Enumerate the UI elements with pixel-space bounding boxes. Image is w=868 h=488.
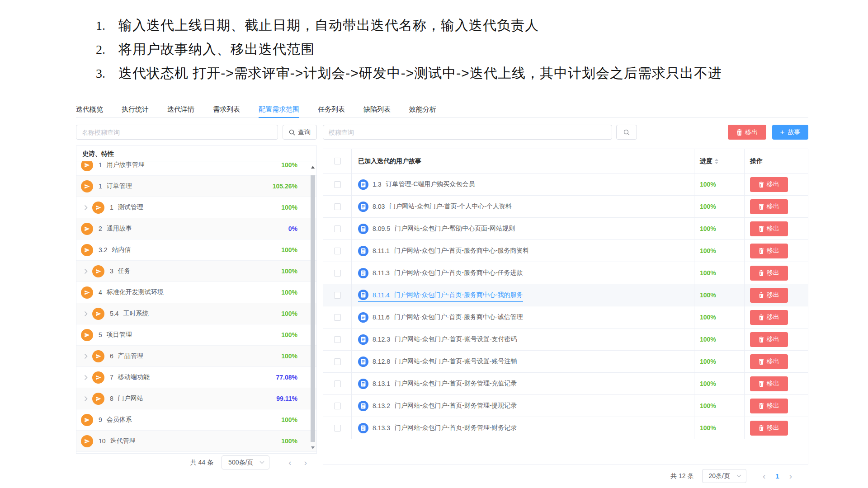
scroll-up-icon[interactable] — [310, 164, 316, 170]
row-checkbox[interactable] — [334, 425, 341, 432]
story-search-input[interactable] — [323, 125, 612, 140]
story-link[interactable]: 1.3 订单管理-C端用户购买众包会员 — [358, 179, 475, 190]
story-row: 8.11.1 门户网站-众包门户-首页-服务商中心-服务商资料 100% 移出 — [323, 240, 808, 262]
expand-chevron-icon[interactable] — [84, 268, 92, 274]
left-page-size-select[interactable]: 500条/页 — [222, 455, 269, 469]
expand-chevron-icon[interactable] — [84, 375, 92, 380]
sort-icon[interactable] — [715, 157, 718, 166]
right-prev-page-button[interactable]: ‹ — [763, 472, 765, 480]
story-link[interactable]: 8.13.2 门户网站-众包门户-首页-财务管理-提现记录 — [358, 401, 517, 411]
remove-story-button[interactable]: 移出 — [750, 288, 788, 303]
tab-4[interactable]: 需求列表 — [213, 102, 240, 118]
row-checkbox[interactable] — [334, 181, 341, 188]
tree-item[interactable]: 3 任务 100% — [76, 261, 316, 282]
tree-item[interactable]: 9 会员体系 100% — [76, 409, 316, 431]
remove-story-button[interactable]: 移出 — [750, 177, 788, 192]
story-link[interactable]: 8.11.4 门户网站-众包门户-首页-服务商中心-我的服务 — [358, 290, 523, 302]
story-link[interactable]: 8.12.3 门户网站-众包门户-首页-账号设置-支付密码 — [358, 334, 517, 345]
tab-5[interactable]: 配置需求范围 — [259, 102, 299, 118]
select-all-checkbox[interactable] — [334, 158, 341, 164]
tree-item[interactable]: 1 测试管理 100% — [76, 197, 316, 218]
tree-item-name: 移动端功能 — [118, 373, 150, 381]
left-next-page-button[interactable]: › — [304, 458, 307, 467]
row-checkbox[interactable] — [334, 336, 341, 343]
row-checkbox[interactable] — [334, 270, 341, 277]
tree-item[interactable]: 8 门户网站 99.11% — [76, 388, 316, 409]
header-checkbox-cell — [323, 149, 352, 173]
row-checkbox[interactable] — [334, 358, 341, 365]
row-action-cell: 移出 — [745, 328, 808, 350]
tab-6[interactable]: 任务列表 — [318, 102, 345, 118]
story-row: 8.03 门户网站-众包门户-首页-个人中心-个人资料 100% 移出 — [323, 196, 808, 218]
tree-item[interactable]: 1 用户故事管理 100% — [76, 161, 316, 176]
remove-story-button[interactable]: 移出 — [750, 421, 788, 436]
tab-8[interactable]: 效能分析 — [409, 102, 436, 118]
remove-story-button[interactable]: 移出 — [750, 376, 788, 391]
row-checkbox[interactable] — [334, 314, 341, 321]
tab-3[interactable]: 迭代详情 — [167, 102, 194, 118]
row-checkbox[interactable] — [334, 248, 341, 254]
tree-scrollbar[interactable] — [310, 162, 316, 453]
story-link[interactable]: 8.09.5 门户网站-众包门户-帮助中心页面-网站规则 — [358, 224, 515, 234]
header-story-cell: 已加入迭代的用户故事 — [352, 149, 694, 173]
story-link[interactable]: 8.03 门户网站-众包门户-首页-个人中心-个人资料 — [358, 202, 512, 212]
left-prev-page-button[interactable]: ‹ — [288, 458, 291, 467]
row-checkbox[interactable] — [334, 292, 341, 299]
story-link[interactable]: 8.13.3 门户网站-众包门户-首页-财务管理-财务记录 — [358, 423, 517, 433]
expand-chevron-icon[interactable] — [84, 311, 92, 317]
remove-story-button[interactable]: 移出 — [750, 266, 788, 281]
story-link[interactable]: 8.13.1 门户网站-众包门户-首页-财务管理-充值记录 — [358, 379, 517, 389]
story-link[interactable]: 8.11.6 门户网站-众包门户-首页-服务商中心-诚信管理 — [358, 312, 523, 323]
tree-item[interactable]: 2 通用故事 0% — [76, 218, 316, 239]
story-link[interactable]: 8.11.1 门户网站-众包门户-首页-服务商中心-服务商资料 — [358, 246, 529, 256]
row-checkbox[interactable] — [334, 403, 341, 409]
remove-story-button[interactable]: 移出 — [750, 244, 788, 258]
tree-item[interactable]: 10 迭代管理 100% — [76, 431, 316, 452]
story-search-button[interactable] — [616, 125, 637, 140]
search-icon — [623, 129, 630, 136]
tree-item[interactable]: 6 产品管理 100% — [76, 346, 316, 367]
story-title: 门户网站-众包门户-首页-服务商中心-我的服务 — [394, 291, 523, 299]
remove-story-button[interactable]: 移出 — [750, 310, 788, 325]
epic-search-input[interactable] — [76, 125, 278, 140]
tree-item[interactable]: 4 标准化开发测试环境 100% — [76, 282, 316, 303]
story-link[interactable]: 8.11.3 门户网站-众包门户-首页-服务商中心-任务进款 — [358, 268, 523, 278]
row-action-cell: 移出 — [745, 284, 808, 306]
scrollbar-thumb[interactable] — [311, 175, 315, 442]
remove-story-button[interactable]: 移出 — [750, 354, 788, 369]
trash-icon — [759, 381, 764, 387]
tab-1[interactable]: 迭代概览 — [76, 102, 103, 118]
current-page-number[interactable]: 1 — [775, 472, 779, 480]
right-page-size-select[interactable]: 20条/页 — [702, 469, 746, 483]
remove-story-button[interactable]: 移出 — [750, 399, 788, 413]
expand-chevron-icon[interactable] — [84, 205, 92, 211]
tree-item-name: 通用故事 — [107, 225, 132, 233]
feature-icon — [81, 223, 93, 235]
note-line-3: 3. 迭代状态机 打开->需求评审->计划会->研发中->测试中->迭代上线，其… — [96, 64, 722, 88]
tree-item[interactable]: 1 订单管理 105.26% — [76, 176, 316, 197]
scroll-down-icon[interactable] — [310, 445, 316, 451]
add-story-button[interactable]: + 故事 — [772, 125, 808, 140]
tree-item[interactable]: 5.4 工时系统 100% — [76, 303, 316, 324]
tree-item[interactable]: 3.2 站内信 100% — [76, 239, 316, 261]
tree-item-id: 1 — [99, 161, 102, 169]
tree-item[interactable]: 7 移动端功能 77.08% — [76, 367, 316, 388]
story-link[interactable]: 8.12.8 门户网站-众包门户-首页-账号设置-账号注销 — [358, 357, 517, 367]
query-button[interactable]: 查询 — [283, 125, 317, 140]
remove-story-button[interactable]: 移出 — [750, 332, 788, 347]
expand-chevron-icon[interactable] — [84, 353, 92, 359]
right-next-page-button[interactable]: › — [789, 472, 792, 480]
row-checkbox[interactable] — [334, 225, 341, 232]
row-story-cell: 8.09.5 门户网站-众包门户-帮助中心页面-网站规则 — [352, 218, 694, 239]
remove-story-button[interactable]: 移出 — [750, 221, 788, 236]
remove-stories-button[interactable]: 移出 — [728, 125, 766, 140]
row-progress-cell: 100% — [694, 395, 745, 417]
remove-story-label: 移出 — [767, 313, 779, 321]
tab-2[interactable]: 执行统计 — [122, 102, 149, 118]
expand-chevron-icon[interactable] — [84, 396, 92, 402]
row-checkbox[interactable] — [334, 203, 341, 210]
tree-item[interactable]: 5 项目管理 100% — [76, 324, 316, 346]
tab-7[interactable]: 缺陷列表 — [363, 102, 391, 118]
row-checkbox[interactable] — [334, 380, 341, 387]
remove-story-button[interactable]: 移出 — [750, 199, 788, 214]
